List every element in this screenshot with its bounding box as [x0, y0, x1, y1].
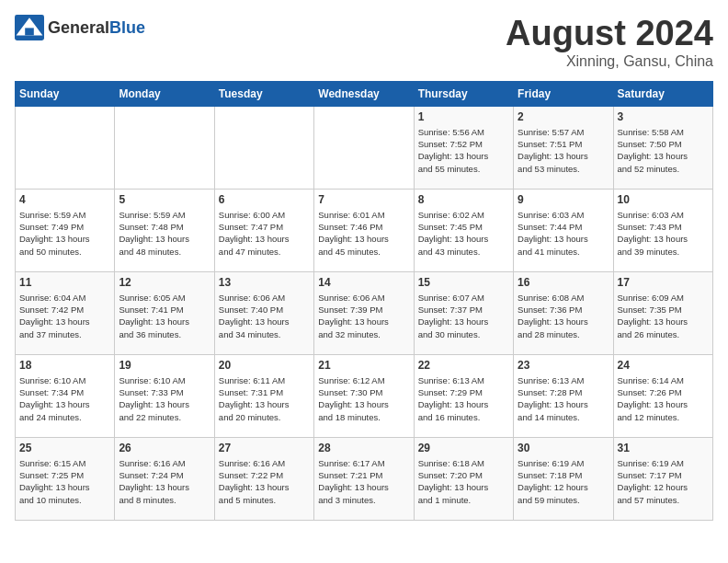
day-info: Sunrise: 6:12 AM Sunset: 7:30 PM Dayligh… [318, 374, 409, 423]
calendar-cell [314, 106, 414, 189]
calendar-cell: 12Sunrise: 6:05 AM Sunset: 7:41 PM Dayli… [115, 271, 214, 354]
logo: GeneralBlue [15, 15, 145, 40]
calendar-cell: 14Sunrise: 6:06 AM Sunset: 7:39 PM Dayli… [314, 271, 414, 354]
calendar-cell: 16Sunrise: 6:08 AM Sunset: 7:36 PM Dayli… [514, 271, 613, 354]
location-subtitle: Xinning, Gansu, China [506, 53, 713, 70]
calendar-cell: 20Sunrise: 6:11 AM Sunset: 7:31 PM Dayli… [214, 354, 313, 437]
day-info: Sunrise: 6:09 AM Sunset: 7:35 PM Dayligh… [618, 292, 709, 340]
day-number: 8 [418, 193, 509, 206]
calendar-cell: 31Sunrise: 6:19 AM Sunset: 7:17 PM Dayli… [613, 437, 712, 520]
calendar-week-row: 11Sunrise: 6:04 AM Sunset: 7:42 PM Dayli… [16, 271, 713, 354]
day-number: 16 [518, 276, 609, 289]
day-info: Sunrise: 6:06 AM Sunset: 7:39 PM Dayligh… [318, 292, 409, 340]
day-info: Sunrise: 5:56 AM Sunset: 7:52 PM Dayligh… [418, 126, 509, 175]
day-number: 29 [418, 442, 509, 454]
calendar-cell: 5Sunrise: 5:59 AM Sunset: 7:48 PM Daylig… [115, 189, 214, 271]
calendar-cell: 28Sunrise: 6:17 AM Sunset: 7:21 PM Dayli… [314, 437, 414, 520]
day-info: Sunrise: 6:05 AM Sunset: 7:41 PM Dayligh… [119, 292, 210, 340]
day-info: Sunrise: 6:15 AM Sunset: 7:25 PM Dayligh… [19, 457, 110, 506]
day-number: 6 [219, 193, 310, 206]
day-info: Sunrise: 6:03 AM Sunset: 7:43 PM Dayligh… [618, 209, 709, 258]
calendar-cell: 27Sunrise: 6:16 AM Sunset: 7:22 PM Dayli… [214, 437, 313, 520]
calendar-cell: 19Sunrise: 6:10 AM Sunset: 7:33 PM Dayli… [115, 354, 214, 437]
day-info: Sunrise: 5:57 AM Sunset: 7:51 PM Dayligh… [518, 126, 609, 175]
logo-text: GeneralBlue [48, 18, 145, 38]
day-of-week-header: Monday [115, 81, 214, 106]
day-info: Sunrise: 6:00 AM Sunset: 7:47 PM Dayligh… [219, 209, 310, 258]
day-info: Sunrise: 6:11 AM Sunset: 7:31 PM Dayligh… [219, 374, 310, 423]
day-info: Sunrise: 6:06 AM Sunset: 7:40 PM Dayligh… [219, 292, 310, 340]
day-info: Sunrise: 6:04 AM Sunset: 7:42 PM Dayligh… [19, 292, 110, 340]
day-number: 9 [518, 193, 609, 206]
logo-blue: Blue [109, 18, 145, 37]
day-info: Sunrise: 6:19 AM Sunset: 7:17 PM Dayligh… [618, 457, 709, 506]
calendar-cell: 9Sunrise: 6:03 AM Sunset: 7:44 PM Daylig… [514, 189, 613, 271]
day-info: Sunrise: 6:10 AM Sunset: 7:34 PM Dayligh… [19, 374, 110, 423]
calendar-cell: 4Sunrise: 5:59 AM Sunset: 7:49 PM Daylig… [16, 189, 115, 271]
calendar-cell: 15Sunrise: 6:07 AM Sunset: 7:37 PM Dayli… [414, 271, 513, 354]
calendar-cell: 21Sunrise: 6:12 AM Sunset: 7:30 PM Dayli… [314, 354, 414, 437]
calendar-cell: 29Sunrise: 6:18 AM Sunset: 7:20 PM Dayli… [414, 437, 513, 520]
day-info: Sunrise: 6:17 AM Sunset: 7:21 PM Dayligh… [318, 457, 409, 506]
day-number: 18 [19, 359, 110, 372]
day-number: 25 [19, 442, 110, 454]
day-number: 23 [518, 359, 609, 372]
day-of-week-header: Tuesday [214, 81, 313, 106]
day-number: 30 [518, 442, 609, 454]
calendar-cell: 18Sunrise: 6:10 AM Sunset: 7:34 PM Dayli… [16, 354, 115, 437]
day-number: 4 [19, 193, 110, 206]
day-info: Sunrise: 6:13 AM Sunset: 7:28 PM Dayligh… [518, 374, 609, 423]
day-number: 20 [219, 359, 310, 372]
calendar-cell: 1Sunrise: 5:56 AM Sunset: 7:52 PM Daylig… [414, 106, 513, 189]
title-section: August 2024 Xinning, Gansu, China [506, 15, 713, 70]
day-info: Sunrise: 5:59 AM Sunset: 7:48 PM Dayligh… [119, 209, 210, 258]
calendar-cell: 22Sunrise: 6:13 AM Sunset: 7:29 PM Dayli… [414, 354, 513, 437]
page-header: GeneralBlue August 2024 Xinning, Gansu, … [15, 15, 713, 70]
day-info: Sunrise: 6:16 AM Sunset: 7:24 PM Dayligh… [119, 457, 210, 506]
day-number: 12 [119, 276, 210, 289]
calendar-week-row: 1Sunrise: 5:56 AM Sunset: 7:52 PM Daylig… [16, 106, 713, 189]
calendar-week-row: 25Sunrise: 6:15 AM Sunset: 7:25 PM Dayli… [16, 437, 713, 520]
day-number: 28 [318, 442, 409, 454]
day-of-week-header: Saturday [613, 81, 712, 106]
day-info: Sunrise: 6:01 AM Sunset: 7:46 PM Dayligh… [318, 209, 409, 258]
calendar-cell: 17Sunrise: 6:09 AM Sunset: 7:35 PM Dayli… [613, 271, 712, 354]
day-number: 17 [618, 276, 709, 289]
day-number: 19 [119, 359, 210, 372]
day-number: 27 [219, 442, 310, 454]
calendar-cell [214, 106, 313, 189]
day-info: Sunrise: 6:10 AM Sunset: 7:33 PM Dayligh… [119, 374, 210, 423]
day-number: 5 [119, 193, 210, 206]
calendar-cell: 2Sunrise: 5:57 AM Sunset: 7:51 PM Daylig… [514, 106, 613, 189]
day-info: Sunrise: 5:59 AM Sunset: 7:49 PM Dayligh… [19, 209, 110, 258]
day-info: Sunrise: 5:58 AM Sunset: 7:50 PM Dayligh… [618, 126, 709, 175]
calendar-cell: 10Sunrise: 6:03 AM Sunset: 7:43 PM Dayli… [613, 189, 712, 271]
day-number: 3 [618, 110, 709, 123]
day-number: 13 [219, 276, 310, 289]
day-info: Sunrise: 6:07 AM Sunset: 7:37 PM Dayligh… [418, 292, 509, 340]
day-number: 22 [418, 359, 509, 372]
day-number: 14 [318, 276, 409, 289]
day-number: 24 [618, 359, 709, 372]
day-info: Sunrise: 6:13 AM Sunset: 7:29 PM Dayligh… [418, 374, 509, 423]
calendar-cell [115, 106, 214, 189]
day-of-week-header: Wednesday [314, 81, 414, 106]
calendar-cell: 11Sunrise: 6:04 AM Sunset: 7:42 PM Dayli… [16, 271, 115, 354]
day-info: Sunrise: 6:03 AM Sunset: 7:44 PM Dayligh… [518, 209, 609, 258]
day-number: 1 [418, 110, 509, 123]
calendar-cell: 23Sunrise: 6:13 AM Sunset: 7:28 PM Dayli… [514, 354, 613, 437]
day-number: 7 [318, 193, 409, 206]
day-of-week-header: Sunday [16, 81, 115, 106]
day-info: Sunrise: 6:08 AM Sunset: 7:36 PM Dayligh… [518, 292, 609, 340]
svg-rect-2 [25, 28, 34, 35]
day-info: Sunrise: 6:18 AM Sunset: 7:20 PM Dayligh… [418, 457, 509, 506]
calendar-cell: 24Sunrise: 6:14 AM Sunset: 7:26 PM Dayli… [613, 354, 712, 437]
day-number: 2 [518, 110, 609, 123]
calendar-cell: 26Sunrise: 6:16 AM Sunset: 7:24 PM Dayli… [115, 437, 214, 520]
day-info: Sunrise: 6:02 AM Sunset: 7:45 PM Dayligh… [418, 209, 509, 258]
day-of-week-header: Thursday [414, 81, 513, 106]
calendar-cell: 30Sunrise: 6:19 AM Sunset: 7:18 PM Dayli… [514, 437, 613, 520]
day-number: 31 [618, 442, 709, 454]
calendar-week-row: 4Sunrise: 5:59 AM Sunset: 7:49 PM Daylig… [16, 189, 713, 271]
calendar-cell: 6Sunrise: 6:00 AM Sunset: 7:47 PM Daylig… [214, 189, 313, 271]
